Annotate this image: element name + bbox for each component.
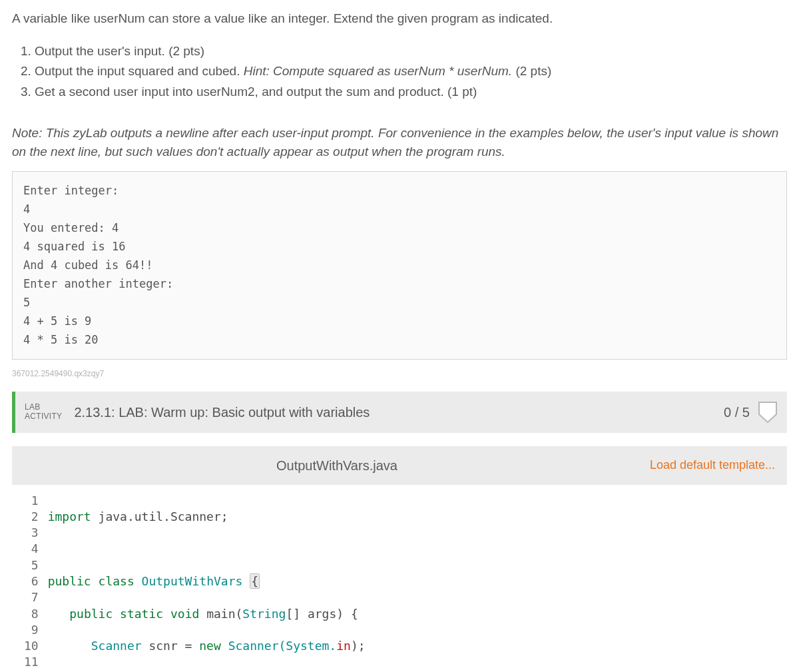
activity-title: 2.13.1: LAB: Warm up: Basic output with …: [74, 402, 724, 422]
intro-text: A variable like userNum can store a valu…: [12, 9, 787, 29]
example-output-box: Enter integer: 4 You entered: 4 4 square…: [12, 171, 787, 359]
step-2: Output the input squared and cubed. Hint…: [35, 62, 787, 81]
file-bar: OutputWithVars.java Load default templat…: [12, 446, 787, 485]
code-content[interactable]: import java.util.Scanner; public class O…: [45, 493, 366, 672]
load-template-link[interactable]: Load default template...: [650, 456, 775, 474]
step-3: Get a second user input into userNum2, a…: [35, 83, 787, 102]
activity-score: 0 / 5: [724, 402, 750, 422]
note-text: Note: This zyLab outputs a newline after…: [12, 124, 787, 161]
shield-icon: [758, 401, 778, 424]
filename-label: OutputWithVars.java: [276, 456, 398, 476]
code-editor[interactable]: 1 2 3 4 5 6 7 8 9 10 11 12 13 import jav…: [12, 489, 787, 672]
step-1: Output the user's input. (2 pts): [35, 42, 787, 61]
activity-header: LAB ACTIVITY 2.13.1: LAB: Warm up: Basic…: [12, 392, 787, 433]
steps-list: Output the user's input. (2 pts) Output …: [35, 42, 787, 102]
tracking-id: 367012.2549490.qx3zqy7: [12, 368, 787, 380]
activity-type-label: LAB ACTIVITY: [25, 403, 62, 420]
code-gutter: 1 2 3 4 5 6 7 8 9 10 11 12 13: [12, 493, 45, 672]
